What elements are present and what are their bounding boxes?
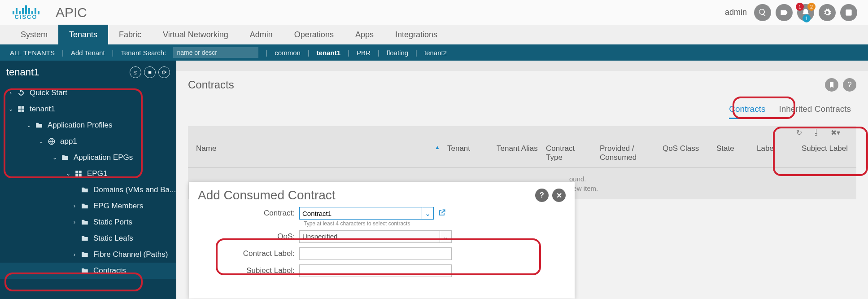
sort-indicator-icon: ▲	[435, 144, 440, 150]
contract-input[interactable]	[300, 207, 422, 219]
tree-item-tenant1[interactable]: ⌄tenant1	[0, 101, 176, 117]
column-header-contract-type[interactable]: Contract Type	[542, 142, 596, 164]
sidebar-tool-3-icon[interactable]: ⟳	[158, 66, 170, 78]
column-header-tenant[interactable]: Tenant	[444, 142, 493, 164]
search-icon[interactable]	[754, 4, 771, 21]
column-header-qos-class[interactable]: QoS Class	[659, 142, 713, 164]
tree-item-epg1[interactable]: ⌄EPG1	[0, 166, 176, 182]
tab-inherited-contracts[interactable]: Inherited Contracts	[779, 104, 851, 119]
folder-icon	[80, 186, 90, 194]
alerts-bell-icon[interactable]: 1 2 1	[797, 4, 814, 21]
panel-title: Contracts	[188, 79, 234, 91]
help-icon[interactable]: ?	[843, 78, 856, 92]
nav-item-integrations[interactable]: Integrations	[384, 25, 448, 44]
caret-icon: ⌄	[8, 106, 13, 112]
column-header-state[interactable]: State	[713, 142, 753, 164]
cisco-bars-icon	[13, 4, 39, 14]
caret-icon: ›	[8, 90, 13, 96]
subject-label-input[interactable]	[299, 264, 452, 277]
table-column-headers: Name ▲TenantTenant AliasContract TypePro…	[188, 139, 856, 168]
tree-item-static-leafs[interactable]: Static Leafs	[0, 230, 176, 246]
nav-item-system[interactable]: System	[10, 25, 58, 44]
refresh-icon[interactable]: ↻	[796, 128, 802, 137]
qos-field-label: QoS:	[201, 232, 299, 241]
tree-item-application-profiles[interactable]: ⌄Application Profiles	[0, 117, 176, 133]
tree-item-domains-vms-and-ba-[interactable]: Domains (VMs and Ba...	[0, 182, 176, 198]
feedback-icon[interactable]	[776, 4, 793, 21]
download-icon[interactable]: ⭳	[813, 128, 820, 136]
tools-icon[interactable]: ✖▾	[831, 128, 840, 137]
nav-item-apps[interactable]: Apps	[345, 25, 384, 44]
tenant-link-floating[interactable]: floating	[387, 49, 408, 57]
separator: |	[378, 49, 379, 57]
column-header-label[interactable]: Label	[753, 142, 798, 164]
grid-icon	[16, 105, 26, 113]
separator: |	[112, 49, 114, 57]
folder-icon	[60, 154, 70, 162]
tenant-link-tenant1[interactable]: tenant1	[317, 49, 340, 57]
dialog-close-icon[interactable]: ✕	[552, 189, 566, 202]
epg-icon	[74, 170, 83, 178]
column-header-name[interactable]: Name ▲	[192, 142, 444, 164]
contract-hint: Type at least 4 characters to select con…	[304, 220, 563, 227]
nav-item-virtual-networking[interactable]: Virtual Networking	[152, 25, 239, 44]
column-header-tenant-alias[interactable]: Tenant Alias	[493, 142, 542, 164]
sidebar-tool-2-icon[interactable]: ≡	[144, 66, 156, 78]
folder-icon	[80, 251, 90, 259]
tenant-link-common[interactable]: common	[275, 49, 301, 57]
nav-item-operations[interactable]: Operations	[284, 25, 345, 44]
tree-item-app1[interactable]: ⌄app1	[0, 133, 176, 150]
svg-rect-3	[79, 171, 82, 173]
gear-icon[interactable]	[819, 4, 836, 21]
app-title: APIC	[56, 5, 87, 20]
svg-rect-0	[846, 9, 851, 15]
nav-item-tenants[interactable]: Tenants	[58, 25, 108, 44]
alert-badge-red: 1	[796, 3, 804, 11]
all-tenants-link[interactable]: ALL TENANTS	[10, 49, 55, 57]
tree-item-epg-members[interactable]: ›EPG Members	[0, 198, 176, 214]
tree-item-label: tenant1	[30, 105, 55, 114]
tree-item-quick-start[interactable]: ›Quick Start	[0, 85, 176, 101]
folder-icon	[80, 202, 90, 210]
tenant-sub-bar: ALL TENANTS | Add Tenant | Tenant Search…	[0, 44, 868, 61]
nav-item-admin[interactable]: Admin	[239, 25, 284, 44]
contract-combo[interactable]: ⌄	[299, 207, 434, 220]
tree-item-application-epgs[interactable]: ⌄Application EPGs	[0, 150, 176, 166]
folder-icon	[34, 121, 44, 129]
tree-item-static-ports[interactable]: ›Static Ports	[0, 214, 176, 230]
popout-icon[interactable]	[437, 208, 447, 218]
tree-item-label: app1	[60, 137, 77, 146]
subject-label-field-label: Subject Label:	[201, 266, 299, 275]
separator: |	[266, 49, 267, 57]
chevron-down-icon[interactable]: ⌄	[440, 231, 451, 242]
folder-icon	[80, 218, 90, 226]
tenant-search-input[interactable]	[173, 47, 258, 58]
arrow-cycle-icon	[16, 89, 26, 97]
user-menu-icon[interactable]	[840, 4, 857, 21]
qos-select[interactable]: Unspecified ⌄	[299, 230, 452, 243]
nav-item-fabric[interactable]: Fabric	[108, 25, 152, 44]
add-tenant-link[interactable]: Add Tenant	[71, 49, 105, 57]
sidebar-tool-1-icon[interactable]: ⎋	[130, 66, 141, 78]
bookmark-icon[interactable]	[825, 78, 838, 92]
caret-icon: ⌄	[52, 154, 57, 161]
tenant-link-tenant2[interactable]: tenant2	[424, 49, 447, 57]
contract-field-label: Contract:	[201, 209, 299, 218]
chevron-down-icon[interactable]: ⌄	[422, 207, 433, 219]
tree-item-fibre-channel-paths-[interactable]: ›Fibre Channel (Paths)	[0, 246, 176, 263]
contract-label-input[interactable]	[299, 247, 452, 260]
tenant-link-PBR[interactable]: PBR	[357, 49, 371, 57]
main-nav: SystemTenantsFabricVirtual NetworkingAdm…	[0, 25, 868, 44]
tab-contracts[interactable]: Contracts	[729, 104, 765, 119]
column-header-subject-label[interactable]: Subject Label	[798, 142, 852, 164]
caret-icon: ›	[72, 251, 77, 258]
tree-item-label: Contracts	[93, 266, 126, 275]
user-label[interactable]: admin	[725, 8, 747, 17]
tree-item-label: EPG1	[87, 169, 107, 178]
dialog-help-icon[interactable]: ?	[535, 189, 549, 202]
table-empty-message: ound. new item.	[565, 168, 856, 199]
tree-item-contracts[interactable]: Contracts	[0, 263, 176, 279]
alert-badge-orange: 2	[807, 3, 816, 11]
qos-value: Unspecified	[300, 231, 440, 242]
column-header-provided-consumed[interactable]: Provided / Consumed	[596, 142, 659, 164]
